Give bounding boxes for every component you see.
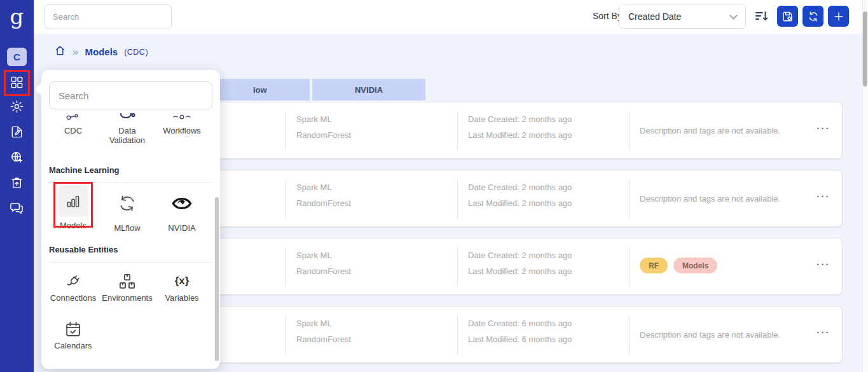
web-publish-icon[interactable]	[10, 150, 24, 165]
workspace-avatar[interactable]: C	[7, 48, 27, 66]
divider	[285, 247, 286, 287]
calendars-icon	[46, 318, 100, 338]
row-last-modified: Last Modified: 2 months ago	[468, 266, 572, 276]
popup-item-connections[interactable]: Connections	[46, 270, 100, 303]
cdc-icon	[46, 113, 100, 121]
popup-scrollbar-thumb[interactable]	[215, 197, 219, 361]
global-search-input[interactable]	[45, 4, 172, 29]
divider	[285, 179, 286, 219]
plus-icon	[832, 10, 845, 23]
section-title-machine-learning: Machine Learning	[49, 165, 120, 175]
breadcrumb-context: (CDC)	[124, 48, 148, 57]
divider	[629, 315, 630, 355]
page-scrollbar-thumb[interactable]	[863, 11, 867, 86]
breadcrumb-page-title: Models	[85, 46, 118, 57]
apps-menu-popup: CDC Data Validation Workflows Machine Le…	[41, 70, 220, 369]
page-scrollbar-track[interactable]	[862, 0, 868, 372]
divider	[629, 111, 630, 151]
models-icon	[58, 186, 88, 217]
divider	[457, 247, 458, 287]
row-framework: Spark ML	[296, 114, 332, 124]
sort-dropdown-value: Created Date	[628, 11, 681, 22]
save-view-button[interactable]	[777, 6, 798, 27]
tag-models: Models	[673, 258, 717, 273]
row-algorithm: RandomForest	[296, 334, 351, 344]
connections-plug-icon	[46, 270, 100, 291]
section-divider	[49, 262, 212, 263]
row-algorithm: RandomForest	[296, 198, 351, 208]
divider	[457, 179, 458, 219]
row-last-modified: Last Modified: 6 months ago	[468, 334, 572, 344]
divider	[629, 179, 630, 219]
popup-item-mlflow[interactable]: MLflow	[100, 186, 155, 233]
row-description: Description and tags are not available.	[640, 126, 780, 135]
sort-order-icon[interactable]	[754, 9, 769, 24]
row-menu-button[interactable]: ...	[810, 256, 837, 267]
divider	[457, 315, 458, 355]
settings-gear-icon[interactable]	[10, 99, 24, 114]
tab-nvidia-label: NVIDIA	[355, 85, 383, 95]
row-algorithm: RandomForest	[296, 130, 351, 140]
chevron-down-icon	[729, 11, 738, 20]
row-date-created: Date Created: 2 months ago	[468, 114, 572, 124]
chat-feedback-icon[interactable]	[10, 201, 24, 216]
row-date-created: Date Created: 2 months ago	[468, 251, 572, 260]
app-window: » Models (CDC) low NVIDIA Spark ML Rando…	[0, 0, 868, 372]
row-last-modified: Last Modified: 2 months ago	[468, 130, 572, 140]
divider	[629, 247, 630, 287]
mlflow-icon	[100, 186, 155, 221]
variables-icon: {x}	[155, 270, 209, 291]
row-framework: Spark ML	[296, 251, 332, 260]
top-bar: Sort By Created Date	[34, 0, 868, 34]
nvidia-icon	[155, 186, 209, 221]
popup-item-nvidia[interactable]: NVIDIA	[155, 186, 209, 233]
row-last-modified: Last Modified: 2 months ago	[468, 198, 572, 208]
divider	[285, 111, 286, 151]
refresh-button[interactable]	[803, 6, 823, 27]
popup-item-calendars[interactable]: Calendars	[46, 318, 100, 350]
row-framework: Spark ML	[296, 183, 332, 192]
popup-search-input[interactable]	[49, 81, 212, 109]
sort-dropdown[interactable]: Created Date	[619, 4, 746, 29]
sort-by-label: Sort By	[593, 11, 622, 21]
section-title-reusable-entities: Reusable Entities	[49, 245, 118, 254]
breadcrumb: » Models (CDC)	[54, 45, 148, 59]
popup-item-data-validation[interactable]: Data Validation	[100, 113, 155, 145]
row-date-created: Date Created: 6 months ago	[468, 319, 572, 328]
refresh-icon	[807, 10, 820, 23]
left-nav-sidebar: g C	[0, 0, 34, 372]
row-framework: Spark ML	[296, 319, 332, 328]
breadcrumb-separator: »	[72, 46, 78, 57]
trash-restore-icon[interactable]	[10, 176, 24, 190]
tag-rf: RF	[640, 258, 668, 273]
popup-item-workflows[interactable]: Workflows	[155, 113, 209, 135]
app-logo[interactable]: g	[0, 4, 34, 29]
row-menu-button[interactable]: ...	[810, 324, 837, 335]
add-button[interactable]	[828, 6, 849, 27]
report-edit-icon[interactable]	[10, 125, 24, 139]
row-menu-button[interactable]: ...	[810, 120, 837, 131]
popup-item-cdc[interactable]: CDC	[46, 113, 100, 135]
divider	[285, 315, 286, 355]
tab-partial-label: low	[253, 85, 267, 95]
apps-grid-icon[interactable]	[10, 75, 24, 90]
row-menu-button[interactable]: ...	[810, 188, 837, 199]
popup-item-models[interactable]: Models	[46, 186, 100, 230]
tab-nvidia[interactable]: NVIDIA	[312, 79, 425, 100]
row-date-created: Date Created: 2 months ago	[468, 183, 572, 192]
popup-item-environments[interactable]: Environments	[100, 270, 155, 303]
row-algorithm: RandomForest	[296, 266, 351, 276]
section-divider	[49, 183, 212, 183]
divider	[457, 111, 458, 151]
save-gear-icon	[782, 10, 794, 23]
data-validation-icon	[100, 113, 155, 121]
tab-partial[interactable]: low	[219, 79, 310, 100]
home-icon[interactable]	[54, 45, 66, 59]
environments-boxes-icon	[100, 270, 155, 291]
row-tags: RF Models	[640, 258, 717, 273]
workflows-icon	[155, 113, 209, 121]
row-description: Description and tags are not available.	[640, 194, 780, 203]
row-description: Description and tags are not available.	[640, 330, 780, 340]
popup-item-variables[interactable]: {x} Variables	[155, 270, 209, 303]
